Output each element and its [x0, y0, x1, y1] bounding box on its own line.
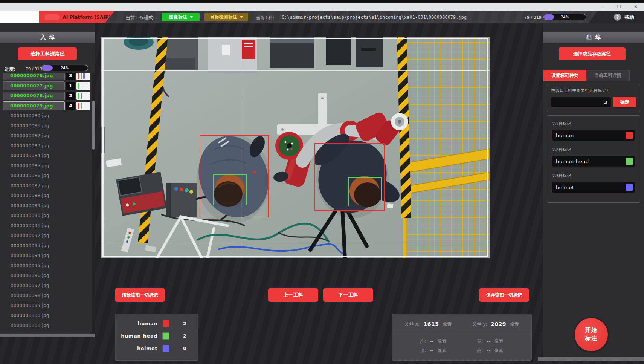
chevron-down-icon	[190, 16, 193, 18]
file-row[interactable]: 0000000088.jpg	[0, 191, 92, 201]
select-output-path-button[interactable]: 选择成品存放路径	[559, 47, 626, 60]
marker-count-input[interactable]: 3	[551, 97, 611, 107]
confirm-button[interactable]: 确定	[613, 97, 636, 107]
file-row[interactable]: 0000000086.jpg	[0, 171, 92, 181]
output-tabs: 设置标记种类 当前工料详情	[543, 70, 630, 81]
annotation-count-badge: 3	[66, 73, 75, 80]
select-source-path-button[interactable]: 选择工料源路径	[18, 47, 77, 60]
app-title: AI Platform (SAIP)	[63, 14, 111, 20]
file-row[interactable]: 0000000089.jpg	[0, 201, 92, 211]
annotation-overlay	[101, 37, 490, 258]
crosshair-y-label: 叉丝 y:	[472, 321, 487, 327]
mode-image-annotation-dropdown[interactable]: 图像标注	[162, 13, 200, 21]
horizontal-scrollbar[interactable]	[0, 334, 95, 337]
marker-name-input[interactable]: human	[552, 130, 635, 141]
marker-color-swatch[interactable]	[626, 184, 633, 191]
file-name: 0000000098.jpg	[3, 293, 49, 298]
marker-name: human-head	[552, 159, 626, 164]
previous-workpiece-button[interactable]: 上一工料	[268, 288, 318, 302]
bounding-box-human-head[interactable]	[348, 177, 382, 206]
tab-set-marker-types[interactable]: 设置标记种类	[543, 70, 586, 81]
marker-name: helmet	[552, 185, 626, 190]
annotation-legend: human2human-head2helmet0	[115, 314, 198, 361]
file-row[interactable]: 0000000082.jpg	[0, 131, 92, 141]
file-row[interactable]: 0000000080.jpg	[0, 111, 92, 121]
file-row[interactable]: 0000000090.jpg	[0, 211, 92, 221]
start-annotation-button[interactable]: 开始 标注	[575, 318, 608, 351]
annotation-color-bars	[76, 102, 90, 110]
close-button[interactable]: ✕	[627, 3, 644, 11]
file-name: 0000000097.jpg	[3, 283, 49, 288]
dimension-readout: 高:--像素	[462, 347, 519, 354]
file-name: 0000000099.jpg	[3, 303, 49, 308]
horizontal-scrollbar[interactable]	[538, 357, 644, 361]
restore-button[interactable]: ❐	[611, 3, 627, 11]
file-name: 0000000079.jpg	[10, 103, 53, 109]
file-row[interactable]: 0000000079.jpg4	[0, 101, 92, 111]
file-name: 0000000096.jpg	[3, 273, 49, 278]
file-row[interactable]: 0000000095.jpg	[0, 261, 92, 271]
file-name: 0000000093.jpg	[3, 243, 49, 248]
file-row[interactable]: 0000000091.jpg	[0, 221, 92, 231]
marker-color-swatch[interactable]	[626, 132, 633, 139]
file-row[interactable]: 0000000097.jpg	[0, 281, 92, 291]
crosshair-horizontal-line	[101, 70, 490, 71]
legend-color-swatch	[162, 320, 169, 327]
file-row[interactable]: 0000000084.jpg	[0, 151, 92, 161]
marker-type-label: 第2种标记	[552, 147, 635, 153]
file-row[interactable]: 0000000100.jpg	[0, 310, 92, 321]
marker-name-input[interactable]: helmet	[552, 182, 635, 193]
save-annotations-button[interactable]: 保存该图一切标记	[479, 288, 529, 302]
file-row[interactable]: 0000000093.jpg	[0, 241, 92, 251]
help-label: 帮助	[624, 14, 634, 21]
file-list-scrollbar[interactable]	[92, 73, 95, 334]
legend-row: human2	[115, 319, 192, 328]
file-row[interactable]: 0000000087.jpg	[0, 181, 92, 191]
file-row[interactable]: 0000000098.jpg	[0, 291, 92, 301]
app-header: AI Platform (SAIP) 当前工作模式: 图像标注 目标检测标注 当…	[0, 11, 644, 23]
file-name: 0000000082.jpg	[3, 133, 49, 138]
scrollbar-thumb[interactable]	[92, 101, 95, 150]
input-sidebar: 入埠 选择工料源路径 进度: 79 / 319 24% 0000000076.j…	[0, 23, 95, 337]
file-name: 0000000076.jpg	[10, 73, 53, 78]
file-row[interactable]: 0000000092.jpg	[0, 231, 92, 241]
file-list-inner: 0000000076.jpg30000000077.jpg10000000078…	[0, 73, 92, 330]
annotation-count-badge: 2	[66, 92, 75, 100]
file-row[interactable]: 0000000096.jpg	[0, 271, 92, 281]
header-progress-bar: 24%	[543, 14, 586, 20]
clear-annotations-button[interactable]: 清除该图一切标记	[115, 288, 165, 302]
help-button[interactable]: ? 帮助	[588, 11, 644, 23]
crosshair-x-label: 叉丝 x:	[404, 321, 420, 327]
mode-primary-label: 图像标注	[169, 14, 187, 20]
file-row[interactable]: 0000000085.jpg	[0, 161, 92, 171]
file-row[interactable]: 0000000081.jpg	[0, 121, 92, 131]
file-row[interactable]: 0000000083.jpg	[0, 141, 92, 151]
file-row[interactable]: 0000000078.jpg2	[0, 91, 92, 101]
file-name: 0000000083.jpg	[3, 143, 49, 148]
file-row[interactable]: 0000000101.jpg	[0, 321, 92, 331]
mode-secondary-label: 目标检测标注	[210, 14, 237, 20]
file-name: 0000000077.jpg	[10, 83, 53, 89]
file-name: 0000000085.jpg	[3, 163, 49, 168]
file-list: 0000000076.jpg30000000077.jpg10000000078…	[0, 73, 92, 334]
next-workpiece-button[interactable]: 下一工料	[323, 288, 373, 302]
file-name: 0000000090.jpg	[3, 213, 49, 218]
bounding-box-human-head[interactable]	[213, 174, 247, 205]
annotation-canvas[interactable]	[101, 37, 490, 258]
marker-type-label: 第3种标记	[552, 173, 635, 179]
progress-percent-label: 24%	[42, 65, 88, 71]
tab-current-workpiece-details[interactable]: 当前工料详情	[586, 70, 630, 81]
input-panel-title: 入埠	[0, 32, 95, 43]
file-row[interactable]: 0000000094.jpg	[0, 251, 92, 261]
pixel-unit: 像素	[443, 321, 452, 327]
sidebar-progress-bar: 24%	[41, 65, 88, 71]
marker-color-swatch[interactable]	[626, 158, 633, 165]
file-name: 0000000081.jpg	[3, 123, 49, 128]
file-row[interactable]: 0000000076.jpg3	[0, 73, 92, 81]
minimize-button[interactable]: –	[594, 3, 611, 11]
current-file-path: C:\simmir-projects\saip\projects\s1\inco…	[282, 15, 467, 20]
file-row[interactable]: 0000000077.jpg1	[0, 81, 92, 91]
marker-name-input[interactable]: human-head	[552, 156, 635, 167]
mode-detection-dropdown[interactable]: 目标检测标注	[204, 13, 248, 21]
file-row[interactable]: 0000000099.jpg	[0, 301, 92, 311]
